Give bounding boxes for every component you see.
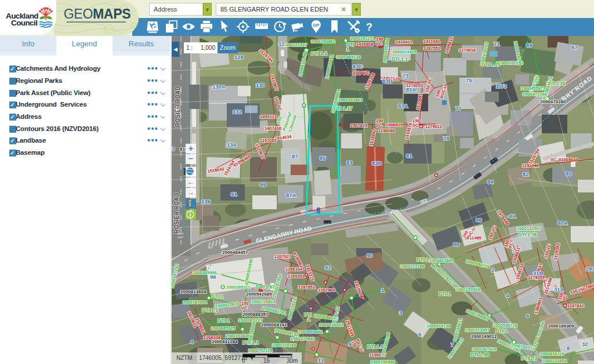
svg-text:130A: 130A	[212, 83, 226, 90]
svg-text:80A: 80A	[557, 220, 568, 226]
svg-text:2000395311: 2000395311	[226, 285, 250, 290]
svg-text:2000847685: 2000847685	[429, 258, 454, 263]
svg-text:1279016: 1279016	[459, 48, 476, 53]
svg-text:1: 1	[346, 46, 349, 52]
svg-text:2000375840: 2000375840	[291, 336, 315, 341]
svg-text:2507824: 2507824	[350, 123, 368, 128]
svg-text:DTI 2.99: DTI 2.99	[470, 352, 490, 358]
svg-text:1: 1	[307, 316, 310, 322]
svg-text:81: 81	[406, 152, 412, 159]
svg-text:2410808: 2410808	[356, 42, 373, 47]
svg-text:96: 96	[210, 274, 216, 280]
svg-text:DP: DP	[313, 23, 320, 28]
svg-text:8: 8	[567, 345, 570, 351]
svg-text:2000189309: 2000189309	[548, 323, 574, 329]
svg-text:0: 0	[242, 358, 245, 364]
svg-text:1287852: 1287852	[298, 285, 315, 290]
svg-text:15: 15	[263, 358, 270, 364]
svg-text:75: 75	[466, 77, 472, 83]
svg-text:77: 77	[455, 105, 462, 111]
svg-text:7: 7	[451, 341, 454, 348]
svg-text:1197065: 1197065	[260, 138, 277, 143]
svg-text:2000813604: 2000813604	[180, 289, 207, 294]
svg-text:2000472266: 2000472266	[523, 92, 547, 97]
svg-text:4: 4	[506, 292, 509, 299]
svg-text:86: 86	[476, 217, 482, 223]
svg-text:2000876228: 2000876228	[540, 351, 564, 356]
svg-text:DTI 1: DTI 1	[211, 293, 223, 299]
svg-text:5: 5	[418, 331, 422, 337]
svg-text:2000133557: 2000133557	[517, 226, 541, 231]
svg-text:3: 3	[399, 310, 402, 316]
svg-text:ROSIER ROAD: ROSIER ROAD	[173, 192, 180, 234]
svg-text:DTI 1.17: DTI 1.17	[334, 105, 353, 111]
svg-text:90: 90	[367, 252, 373, 259]
svg-text:2000307424: 2000307424	[472, 347, 497, 352]
svg-text:1197642: 1197642	[567, 303, 584, 308]
svg-text:2000542689: 2000542689	[246, 292, 272, 297]
svg-text:67: 67	[571, 44, 578, 50]
svg-text:2000455973: 2000455973	[521, 86, 545, 91]
svg-text:2000159544: 2000159544	[456, 287, 481, 292]
svg-text:89: 89	[260, 181, 266, 188]
svg-text:1282964: 1282964	[318, 287, 335, 293]
svg-text:1: 1	[381, 287, 385, 293]
svg-text:1196068: 1196068	[378, 128, 395, 133]
svg-text:2414411: 2414411	[396, 39, 412, 45]
svg-text:3000023425: 3000023425	[392, 49, 416, 54]
svg-text:130: 130	[256, 82, 265, 88]
svg-text:VC: VC	[241, 305, 248, 311]
svg-text:2: 2	[491, 267, 494, 273]
svg-text:2411481: 2411481	[423, 39, 440, 44]
svg-text:2000337843: 2000337843	[338, 97, 363, 103]
svg-text:11: 11	[318, 357, 324, 363]
svg-text:2000069227: 2000069227	[238, 318, 263, 323]
svg-text:ROSIER ROAD: ROSIER ROAD	[175, 86, 181, 127]
svg-text:81A: 81A	[406, 86, 416, 93]
svg-text:91: 91	[231, 191, 237, 197]
svg-text:2000616932: 2000616932	[319, 322, 343, 327]
svg-text:87A: 87A	[286, 192, 296, 198]
svg-text:DTI 1: DTI 1	[439, 291, 451, 297]
svg-text:2000121527: 2000121527	[283, 42, 307, 48]
svg-text:2000685925: 2000685925	[211, 326, 236, 331]
svg-text:DTI 1.97: DTI 1.97	[256, 284, 275, 290]
svg-text:73: 73	[403, 72, 409, 79]
svg-text:2000703636: 2000703636	[226, 333, 250, 338]
svg-text:2000441284: 2000441284	[212, 339, 238, 344]
svg-text:83A: 83A	[398, 103, 408, 109]
svg-text:83: 83	[346, 159, 353, 166]
svg-text:2000484457: 2000484457	[222, 250, 248, 255]
svg-text:1455213: 1455213	[260, 114, 277, 119]
svg-text:3: 3	[172, 145, 175, 152]
svg-text:6: 6	[526, 312, 529, 319]
svg-text:4: 4	[190, 338, 194, 345]
svg-text:136: 136	[201, 198, 211, 205]
svg-text:150 VC: 150 VC	[353, 70, 369, 76]
svg-text:87: 87	[292, 153, 298, 159]
svg-text:71: 71	[494, 41, 500, 47]
svg-text:2000579738: 2000579738	[426, 323, 451, 329]
svg-text:9: 9	[349, 341, 352, 347]
svg-text:DTI 1.25: DTI 1.25	[481, 61, 501, 67]
svg-text:DTI 1: DTI 1	[495, 328, 508, 334]
svg-text:2000068142: 2000068142	[261, 322, 287, 327]
svg-text:VC: VC	[412, 123, 419, 128]
svg-text:1286104: 1286104	[285, 267, 303, 272]
svg-text:1289393: 1289393	[288, 274, 305, 279]
svg-text:2000190862: 2000190862	[311, 39, 335, 44]
svg-text:31B: 31B	[533, 270, 544, 276]
svg-text:2000787094: 2000787094	[183, 300, 208, 305]
svg-text:30m: 30m	[287, 358, 298, 364]
svg-text:2000179180: 2000179180	[272, 343, 296, 348]
svg-text:88: 88	[453, 241, 459, 247]
svg-text:-4A: -4A	[507, 213, 516, 219]
svg-text:2000154586: 2000154586	[371, 359, 395, 364]
svg-text:128: 128	[234, 54, 244, 60]
svg-text:DTI 1.3: DTI 1.3	[521, 355, 537, 361]
svg-text:2000720824: 2000720824	[251, 299, 276, 304]
svg-text:83D: 83D	[382, 78, 393, 84]
svg-text:134: 134	[227, 141, 237, 148]
svg-text:31A: 31A	[554, 286, 564, 293]
svg-text:?: ?	[366, 21, 372, 33]
